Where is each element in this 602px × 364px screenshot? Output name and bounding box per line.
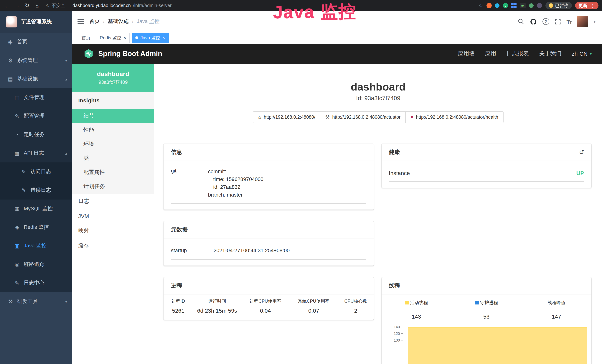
sidebar-item-access-log[interactable]: ✎访问日志 (0, 162, 72, 181)
help-icon[interactable]: ? (542, 18, 549, 25)
edit-icon: ✎ (14, 113, 20, 119)
github-icon[interactable] (530, 18, 537, 25)
sidebar-item-mysql-monitor[interactable]: ▦MySQL 监控 (0, 200, 72, 218)
paused-badge[interactable]: 已暂停 (546, 2, 572, 9)
metadata-row-label: startup (171, 247, 214, 253)
database-icon: ▦ (14, 206, 20, 212)
process-col-header: 进程CPU使用率 (241, 294, 290, 307)
sidebar-item-tracing[interactable]: ◎链路追踪 (0, 255, 72, 274)
legend-swatch-daemon-threads (475, 300, 479, 304)
sidebar-item-config-management[interactable]: ✎配置管理 (0, 107, 72, 125)
address-bar[interactable]: ⚠ 不安全 | dashboard.yudao.iocoder.cn/infra… (44, 2, 475, 9)
close-icon[interactable]: × (162, 35, 165, 41)
sidebar-item-system-management[interactable]: ⚙系统管理▾ (0, 51, 72, 70)
sba-sidebar-item-caches[interactable]: 缓存 (72, 238, 154, 253)
sba-sidebar-item-mappings[interactable]: 映射 (72, 224, 154, 238)
daemon-threads-value: 53 (452, 310, 522, 320)
forward-icon[interactable]: → (14, 2, 20, 9)
sba-language-select[interactable]: zh-CN▾ (572, 50, 592, 57)
sba-sidebar-item-details[interactable]: 细节 (72, 109, 154, 123)
extension-leaf-icon[interactable] (529, 3, 534, 8)
search-icon[interactable] (517, 18, 524, 25)
health-card-title: 健康 (389, 149, 400, 156)
chevron-down-icon[interactable]: ▾ (594, 20, 595, 23)
reload-icon[interactable]: ↻ (24, 2, 30, 9)
browser-menu-icon[interactable]: ⋮ (590, 3, 595, 8)
sba-sidebar-item-environment[interactable]: 环境 (72, 137, 154, 151)
sidebar-item-label: MySQL 监控 (24, 205, 53, 212)
sidebar-item-file-management[interactable]: ◫文件管理 (0, 88, 72, 107)
extension-blue-drop-icon[interactable] (495, 3, 499, 8)
sidebar-item-scheduled-tasks[interactable]: ◔定时任务 (0, 125, 72, 144)
metadata-row-startup: startup 2021-04-27T00:44:31.254+08:00 (171, 242, 366, 259)
instance-url-button[interactable]: ⌂http://192.168.0.2:48080/ (253, 111, 321, 123)
sba-nav-about[interactable]: 关于我们 (539, 50, 561, 57)
sidebar-item-java-monitor[interactable]: ▣Java 监控 (0, 237, 72, 255)
update-button[interactable]: 更新⋮ (575, 2, 599, 9)
tab-redis-monitor[interactable]: Redis 监控× (96, 33, 130, 43)
instance-url-label: http://192.168.0.2:48080/ (264, 114, 315, 120)
sba-nav-journal[interactable]: 日志报表 (506, 50, 529, 57)
sidebar-item-label: Java 监控 (24, 243, 46, 249)
file-icon: ◫ (14, 95, 20, 100)
tab-label: Redis 监控 (100, 35, 121, 41)
history-icon[interactable]: ↺ (579, 149, 584, 156)
url-host: dashboard.yudao.iocoder.cn (73, 3, 131, 8)
chevron-up-icon: ▴ (65, 77, 67, 81)
tools-icon: ⚒ (7, 299, 13, 304)
spring-boot-admin-frame: Spring Boot Admin 应用墙 应用 日志报表 关于我们 zh-CN… (72, 43, 602, 364)
bookmark-star-icon[interactable]: ☆ (479, 3, 483, 9)
sba-sidebar-item-scheduled-tasks[interactable]: 计划任务 (72, 179, 154, 193)
sba-instance-name: dashboard (97, 70, 129, 78)
sba-sidebar-item-metrics[interactable]: 性能 (72, 123, 154, 137)
extension-plugin-icon[interactable] (537, 3, 542, 8)
legend-label: 守护进程 (480, 300, 498, 305)
sba-instance-header[interactable]: dashboard 93a3fc7f7409 (72, 64, 154, 92)
user-avatar[interactable] (577, 16, 588, 27)
sba-nav-applications[interactable]: 应用 (485, 50, 496, 57)
sba-sidebar-item-classes[interactable]: 类 (72, 151, 154, 165)
tab-home[interactable]: 首页 (78, 33, 94, 43)
fullscreen-icon[interactable] (555, 18, 561, 25)
extension-orange-icon[interactable] (486, 3, 492, 8)
process-col-header: 运行时间 (193, 294, 241, 307)
extension-grid-icon[interactable] (511, 3, 516, 8)
sidebar-item-redis-monitor[interactable]: ◈Redis 监控 (0, 218, 72, 237)
home-icon[interactable]: ⌂ (34, 2, 40, 9)
extension-on-icon[interactable]: on (520, 3, 526, 8)
spring-boot-admin-logo-icon (83, 48, 94, 59)
instance-title: dashboard (154, 81, 602, 93)
metadata-row-value: 2021-04-27T00:44:31.254+08:00 (214, 247, 290, 253)
sidebar-item-error-log[interactable]: ✎错误日志 (0, 181, 72, 200)
sidebar-item-label: 系统管理 (17, 57, 38, 64)
sba-insights-group: 细节 性能 环境 类 配置属性 计划任务 (72, 109, 154, 194)
sidebar-item-log-center[interactable]: ✎日志中心 (0, 274, 72, 292)
hamburger-icon[interactable] (77, 19, 84, 24)
extension-green-icon[interactable]: y (503, 3, 508, 8)
sidebar-item-infrastructure[interactable]: ▤基础设施▴ (0, 70, 72, 88)
sidebar-item-api-log[interactable]: ▧API 日志▴ (0, 144, 72, 162)
sba-sidebar-item-jvm[interactable]: JVM (72, 209, 154, 224)
tab-java-monitor[interactable]: Java 监控× (132, 33, 169, 43)
sba-sidebar-item-config-props[interactable]: 配置属性 (72, 165, 154, 179)
app-logo[interactable]: 芋道管理系统 (0, 11, 72, 33)
sba-title: Spring Boot Admin (98, 50, 162, 58)
breadcrumb-infrastructure[interactable]: 基础设施 (108, 18, 129, 25)
sidebar-item-home[interactable]: ◉首页 (0, 33, 72, 51)
breadcrumb-home[interactable]: 首页 (89, 18, 100, 25)
actuator-url-button[interactable]: ⚒http://192.168.0.2:48080/actuator (320, 111, 406, 123)
font-size-icon[interactable]: TT (566, 18, 571, 25)
sba-sidebar-item-logs[interactable]: 日志 (72, 194, 154, 209)
url-path: /infra/admin-server (133, 3, 172, 8)
sidebar-item-label: Redis 监控 (24, 224, 49, 231)
sidebar-item-devtools[interactable]: ⚒研发工具▾ (0, 292, 72, 311)
health-url-button[interactable]: ♥http://192.168.0.2:48080/actuator/healt… (405, 111, 503, 123)
tab-label: 首页 (82, 35, 90, 41)
back-icon[interactable]: ← (4, 2, 10, 9)
threads-legend: 活动线程 守护进程 线程峰值 (381, 294, 591, 306)
sba-sidebar-section-insights: Insights (72, 92, 154, 109)
close-icon[interactable]: × (123, 35, 126, 41)
address-divider: | (68, 3, 70, 8)
sba-instance-id: 93a3fc7f7409 (98, 79, 128, 85)
sba-nav-wallboard[interactable]: 应用墙 (458, 50, 475, 57)
